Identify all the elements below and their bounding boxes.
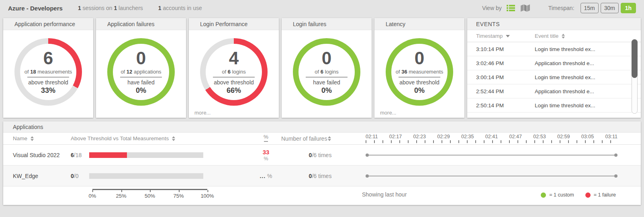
sort-both-icon xyxy=(31,136,34,141)
application-name: KW_Edge xyxy=(3,173,71,179)
gauge-value: 6 xyxy=(43,49,53,68)
gauge-divider xyxy=(27,77,69,78)
application-name: Visual Studio 2022 xyxy=(3,152,71,158)
sort-both-icon xyxy=(562,34,565,39)
axis-label: 25% xyxy=(116,190,126,199)
sort-both-icon xyxy=(172,136,175,141)
event-title: Login time threshold ex... xyxy=(535,74,641,80)
events-sort-timestamp[interactable]: Timestamp xyxy=(476,33,535,39)
event-title: Login time threshold ex... xyxy=(535,102,641,108)
timespan-label: Timespan: xyxy=(548,5,574,11)
sort-measurements-header[interactable]: Above Threshold vs Total Measurements xyxy=(71,135,210,141)
more-link[interactable]: more... xyxy=(194,110,211,116)
card-latency[interactable]: Latency 0 of 36 measurements above thres… xyxy=(374,18,464,118)
gauge-of-line: of 36 measurements xyxy=(396,69,444,75)
gauge-divider xyxy=(120,77,162,78)
accounts-count: 1 xyxy=(158,5,162,11)
more-link[interactable]: more... xyxy=(380,110,396,116)
sessions-count: 1 xyxy=(78,5,81,11)
sort-name-header[interactable]: Name xyxy=(3,135,71,141)
event-timestamp: 3:02:46 PM xyxy=(476,60,535,66)
timeline-tick-label: 02:59 xyxy=(557,134,570,139)
gauge-value: 0 xyxy=(322,49,331,68)
applications-footer: 0% 25% 50% 75% 100% Showing last hour = … xyxy=(3,186,641,205)
gauge-caption: have failed xyxy=(313,79,340,86)
failures-cell: 0/6 times xyxy=(278,152,362,158)
dashboard-title: Azure - Developers xyxy=(8,5,63,12)
gauge-divider xyxy=(306,77,348,78)
sort-both-icon xyxy=(328,136,331,141)
timeline-axis: 02:11 02:17 02:23 02:29 02:35 02:41 02:4… xyxy=(362,134,641,143)
axis-label: 50% xyxy=(145,190,155,199)
timespan-1h-button[interactable]: 1h xyxy=(621,3,636,13)
list-view-icon[interactable] xyxy=(507,5,515,11)
measurements-fraction: 0/0 xyxy=(71,173,89,179)
gauge-caption: have failed xyxy=(127,79,155,86)
gauge-divider xyxy=(213,77,255,78)
gauge-of-line: of 12 applications xyxy=(121,69,161,75)
gauge-ring: 0 of 36 measurements above threshold 0% xyxy=(386,38,453,106)
topbar-controls: View by Timespan: 15m 30m 1h xyxy=(482,3,636,13)
card-application-failures[interactable]: Application failures 0 of 12 application… xyxy=(96,18,186,118)
application-row-kw-edge[interactable]: KW_Edge 0/0 ... % 0/6 times xyxy=(3,166,641,186)
top-bar: Azure - Developers 1 sessions on 1 launc… xyxy=(0,0,644,16)
sort-failures-header[interactable]: Number of failures xyxy=(278,135,362,142)
card-application-performance[interactable]: Application performance 6 of 18 measurem… xyxy=(3,18,93,118)
card-login-failures[interactable]: Login failures 0 of 6 logins have failed… xyxy=(282,18,372,118)
gauge-caption: above threshold xyxy=(399,79,440,86)
event-row[interactable]: 3:02:46 PM Application threshold e... xyxy=(467,56,641,70)
card-title: Latency xyxy=(374,18,464,30)
row-timeline xyxy=(362,176,641,176)
axis-label: 100% xyxy=(200,190,214,199)
timeline-tick-label: 03:05 xyxy=(581,134,594,139)
gauge-percent: 66% xyxy=(227,86,241,95)
launchers-suffix: launchers xyxy=(119,5,143,11)
card-login-performance[interactable]: Login Performance 4 of 6 logins above th… xyxy=(189,18,279,118)
axis-label: 75% xyxy=(173,190,184,199)
event-row[interactable]: 3:10:14 PM Login time threshold ex... xyxy=(467,42,641,56)
gauge-of-line: of 6 logins xyxy=(315,69,338,75)
map-view-icon[interactable] xyxy=(521,4,530,12)
events-scrollbar-thumb[interactable] xyxy=(632,39,638,78)
sessions-summary: 1 sessions on 1 launchers xyxy=(78,5,143,11)
timespan-15m-button[interactable]: 15m xyxy=(581,3,599,13)
timeline-tick-label: 02:17 xyxy=(389,134,402,139)
threshold-bar xyxy=(89,152,210,158)
accounts-suffix: accounts in use xyxy=(163,5,202,11)
gauge-of-line: of 18 measurements xyxy=(25,69,72,75)
sort-percent-header[interactable]: % xyxy=(254,133,278,142)
gauge-value: 4 xyxy=(229,49,239,68)
gauge-ring: 6 of 18 measurements above threshold 33% xyxy=(14,38,82,106)
timeline-tick-label: 02:41 xyxy=(485,134,498,139)
card-title: Login Performance xyxy=(189,18,279,30)
events-column-headers: Timestamp Event title xyxy=(467,30,641,42)
sessions-mid-text: sessions on xyxy=(83,5,112,11)
event-timestamp: 2:50:14 PM xyxy=(476,102,535,108)
events-sort-title[interactable]: Event title xyxy=(535,33,565,39)
timeline-tick-label: 02:11 xyxy=(366,134,378,139)
row-timeline xyxy=(362,155,641,156)
gauge-caption: above threshold xyxy=(214,79,254,86)
timeline-tick-label: 03:11 xyxy=(605,134,617,139)
legend-label: = 1 failure xyxy=(594,192,616,198)
card-title: Application failures xyxy=(96,18,186,30)
legend: = 1 custom = 1 failure xyxy=(530,192,616,198)
event-title: Application threshold e... xyxy=(535,60,641,66)
timeline-tick-label: 02:47 xyxy=(509,134,522,139)
gauge-divider xyxy=(399,77,440,78)
event-row[interactable]: 2:52:44 PM Application threshold e... xyxy=(467,84,641,98)
threshold-bar xyxy=(89,173,210,179)
events-scrollbar-track[interactable] xyxy=(632,39,638,114)
event-row[interactable]: 2:50:14 PM Login time threshold ex... xyxy=(467,98,641,113)
gauge-of-line: of 6 logins xyxy=(222,69,245,75)
event-row[interactable]: 3:00:14 PM Login time threshold ex... xyxy=(467,70,641,84)
event-title: Login time threshold ex... xyxy=(535,46,641,52)
failure-dot-icon xyxy=(585,192,591,198)
view-by-label: View by xyxy=(482,5,502,11)
timeline-line xyxy=(367,176,616,176)
threshold-bar-fill xyxy=(89,152,127,158)
percent-axis: 0% 25% 50% 75% 100% xyxy=(92,189,207,199)
timeline-minor-ticks xyxy=(366,140,617,143)
timespan-30m-button[interactable]: 30m xyxy=(601,3,619,13)
application-row-visual-studio-2022[interactable]: Visual Studio 2022 6/18 33 % 0/6 times xyxy=(3,145,641,166)
